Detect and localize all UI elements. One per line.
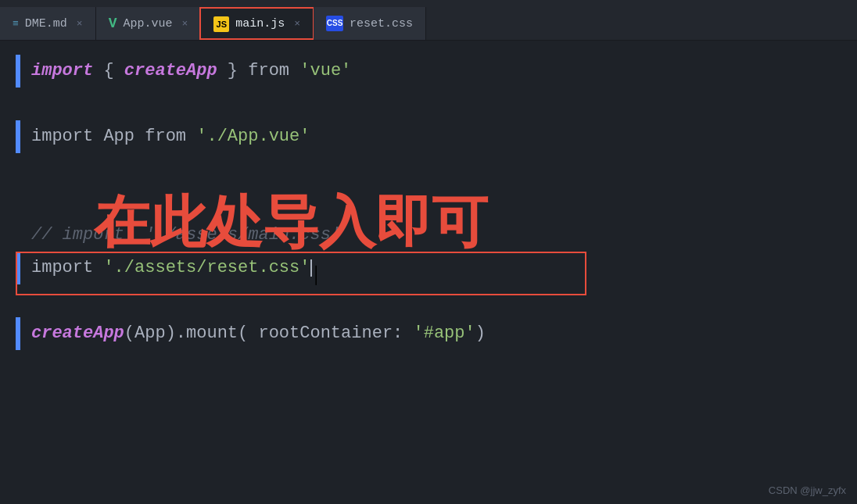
code-line-empty-1 (16, 88, 841, 120)
tab-label-readme: DME.md (25, 17, 67, 30)
js-icon: JS (213, 16, 229, 32)
code-line-empty-3 (16, 186, 841, 219)
code-line-2: import App from './App.vue' (16, 120, 841, 153)
token-from-1: from (248, 55, 289, 88)
code-line-empty-4 (16, 284, 841, 317)
tab-label-main-js: main.js (235, 17, 285, 30)
tab-label-app-vue: App.vue (123, 17, 172, 30)
token-import-reset: import (31, 252, 93, 284)
token-createapp-call: createApp (31, 317, 124, 350)
tab-close-main-js[interactable]: × (294, 18, 300, 30)
token-createapp: createApp (124, 55, 217, 88)
code-line-1: import { createApp } from 'vue' (16, 55, 841, 88)
tab-label-reset-css: reset.css (350, 17, 413, 30)
line-indicator-1 (16, 55, 20, 88)
css-icon: CSS (326, 16, 343, 31)
token-space-reset (93, 252, 103, 284)
tab-readme[interactable]: ≡ DME.md × (0, 7, 96, 40)
token-space-1 (289, 55, 299, 88)
token-vue-str: 'vue' (299, 55, 351, 88)
token-app-vue-str: './App.vue' (196, 120, 310, 153)
tab-main-js[interactable]: JS main.js × (201, 7, 314, 40)
token-space-2 (186, 120, 196, 153)
tab-close-app-vue[interactable]: × (181, 18, 188, 30)
code-line-mount: createApp (App).mount( rootContainer: '#… (16, 317, 841, 350)
vue-icon: V (109, 16, 117, 31)
line-indicator-4 (16, 252, 20, 284)
cursor: │ (310, 259, 312, 277)
tab-app-vue[interactable]: V App.vue × (96, 7, 202, 40)
line-indicator-5 (16, 317, 20, 350)
line-indicator-2 (16, 120, 20, 153)
line-indicator-comment (16, 219, 20, 252)
token-mount: (App).mount( rootContainer: (124, 317, 414, 350)
token-import-1: import (31, 55, 93, 88)
token-paren-close: ) (475, 317, 486, 350)
watermark: CSDN @jjw_zyfx (769, 484, 846, 496)
token-brace-close: } (217, 55, 249, 88)
tab-reset-css[interactable]: CSS reset.css (314, 7, 426, 40)
md-icon: ≡ (13, 18, 19, 30)
code-area[interactable]: import { createApp } from 'vue' import A… (0, 41, 857, 504)
token-app: App (93, 120, 145, 153)
token-from-2: from (145, 120, 186, 153)
token-reset-css-str: './assets/reset.css' (103, 252, 310, 284)
tab-bar: ≡ DME.md × V App.vue × JS main.js × CSS … (0, 0, 857, 41)
token-comment: // import './assets/main.css' (31, 219, 341, 252)
tab-close-readme[interactable]: × (77, 18, 83, 30)
token-import-2: import (31, 120, 93, 153)
token-brace-open: { (93, 55, 124, 88)
token-app-hash: '#app' (414, 317, 475, 350)
code-line-empty-2 (16, 153, 841, 186)
code-line-import-reset: import './assets/reset.css' │ (16, 252, 841, 284)
code-line-comment: // import './assets/main.css' (16, 219, 841, 252)
